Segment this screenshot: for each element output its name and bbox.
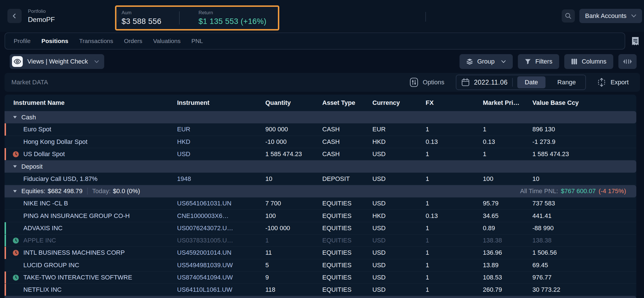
market-price-cell: 95.79 — [483, 200, 532, 207]
column-header[interactable]: Instrument — [177, 99, 265, 107]
group-button[interactable]: Group — [460, 54, 513, 69]
column-header[interactable]: Value Base Ccy — [532, 99, 636, 107]
caret-down-icon[interactable] — [13, 165, 17, 168]
table-row[interactable]: TAKE-TWO INTERACTIVE SOFTWREUS8740541094… — [5, 272, 636, 284]
table-controls: Group Filters Columns — [460, 54, 637, 69]
options-button[interactable]: Options — [408, 77, 446, 87]
instrument-name-cell: US Dollar Spot — [5, 148, 177, 160]
fx-cell: 1 — [426, 274, 483, 281]
portfolio-name: DemoPF — [28, 16, 55, 24]
tab-orders[interactable]: Orders — [124, 38, 142, 44]
instrument-name: PING AN INSURANCE GROUP CO-H — [23, 212, 130, 220]
group-row[interactable]: Equities:$682 498.79Today:$0.0 (0%)All T… — [5, 185, 636, 197]
table-row[interactable]: ADVAXIS INCUS0076243072.U…-100 000EQUITI… — [5, 222, 636, 234]
currency-cell: HKD — [372, 212, 426, 220]
table-row[interactable]: INTL BUSINESS MACHINES CORPUS4592001014.… — [5, 247, 636, 259]
currency-cell: USD — [372, 249, 426, 256]
value-base-ccy-cell: 976.77 — [532, 274, 636, 281]
fx-cell: 0.13 — [426, 212, 483, 220]
tab-positions[interactable]: Positions — [42, 38, 69, 44]
asset-type-cell: EQUITIES — [322, 237, 372, 244]
export-button[interactable]: Export — [596, 77, 630, 87]
group-row[interactable] — [5, 296, 636, 298]
all-time-pnl: All Time PNL:$767 600.07(-4 175%) — [520, 187, 626, 195]
layers-icon — [466, 58, 473, 65]
receipt-icon[interactable] — [631, 37, 639, 48]
tab-pnl[interactable]: PNL — [191, 38, 203, 44]
table-row[interactable]: Fiduciary Call USD, 1.87%194810DEPOSITUS… — [5, 173, 636, 185]
back-button[interactable] — [7, 9, 22, 23]
fx-cell: 1 — [426, 150, 483, 158]
group-row[interactable]: Cash — [5, 111, 636, 123]
eye-icon — [12, 56, 23, 67]
market-data-toolbar: Market DATA Options 2022.11.06 Date Rang… — [5, 73, 640, 92]
table-row[interactable]: APPLE INCUS0378331005.U…1EQUITIESUSD1138… — [5, 234, 636, 247]
chevron-down-icon — [631, 14, 636, 18]
instrument-cell: USD — [177, 150, 265, 158]
row-accent-bar — [5, 272, 6, 283]
instrument-name: NETFLIX INC — [23, 286, 61, 293]
table-row[interactable]: Hong Kong Dollar SpotHKD-10 000CASHHKD0.… — [5, 136, 636, 148]
views-dropdown[interactable]: Views | Weight Check — [10, 54, 104, 69]
market-price-cell: 136.96 — [483, 249, 532, 256]
instrument-cell: US5494981039.UW — [177, 262, 265, 269]
market-price-cell: 260.79 — [483, 286, 532, 293]
table-row[interactable]: Euro SpotEUR900 000CASHEUR11896 130 — [5, 123, 636, 136]
column-header[interactable]: Instrument Name — [5, 99, 177, 107]
instrument-cell: HKD — [177, 138, 265, 146]
date-toggle[interactable]: Date — [517, 76, 545, 88]
caret-down-icon[interactable] — [13, 189, 17, 193]
group-label: Group — [477, 58, 495, 65]
instrument-name-cell: NETFLIX INC — [5, 284, 177, 296]
aum-kpi: Aum $3 588 556 — [116, 10, 161, 26]
asset-type-cell: EQUITIES — [322, 249, 372, 256]
instrument-name: LUCID GROUP INC — [23, 262, 79, 269]
tab-profile[interactable]: Profile — [14, 38, 31, 44]
collapse-expand-button[interactable] — [618, 54, 637, 69]
bank-accounts-dropdown[interactable]: Bank Accounts — [579, 9, 642, 23]
row-accent-bar — [5, 222, 6, 234]
market-price-cell: 34.65 — [483, 212, 532, 220]
group-label: Cash — [21, 114, 36, 121]
instrument-cell: US64110L1061.UW — [177, 286, 265, 293]
table-body: CashEuro SpotEUR900 000CASHEUR11896 130H… — [5, 111, 636, 298]
value-base-ccy-cell: 441.41 — [532, 212, 636, 220]
asset-type-cell: EQUITIES — [322, 212, 372, 220]
portfolio-block: Portfolio DemoPF — [28, 9, 55, 24]
return-kpi: Return $1 135 553 (+16%) — [193, 10, 266, 26]
columns-button[interactable]: Columns — [564, 54, 613, 69]
group-label: Equities: — [21, 187, 45, 195]
quantity-cell: 900 000 — [265, 126, 322, 133]
quantity-cell: 1 — [265, 237, 322, 244]
views-label: Views | Weight Check — [27, 58, 88, 65]
currency-cell: USD — [372, 237, 426, 244]
instrument-name-cell: Hong Kong Dollar Spot — [5, 136, 177, 148]
value-base-ccy-cell: 10 — [532, 175, 636, 183]
column-header[interactable]: Quantity — [265, 99, 322, 107]
range-toggle[interactable]: Range — [550, 76, 583, 88]
filters-button[interactable]: Filters — [518, 54, 559, 69]
tab-valuations[interactable]: Valuations — [153, 38, 181, 44]
table-row[interactable]: NETFLIX INCUS64110L1061.UW118EQUITIESUSD… — [5, 284, 636, 296]
column-header[interactable]: Currency — [372, 99, 426, 107]
instrument-name-cell: Euro Spot — [5, 123, 177, 135]
caret-down-icon[interactable] — [13, 115, 17, 119]
value-base-ccy-cell: 138.38 — [532, 237, 636, 244]
date-value[interactable]: 2022.11.06 — [474, 79, 508, 86]
table-row[interactable]: US Dollar SpotUSD1 585 474.23CASHUSD111 … — [5, 148, 636, 160]
group-row[interactable]: Deposit — [5, 160, 636, 173]
search-button[interactable] — [562, 9, 575, 23]
table-row[interactable]: LUCID GROUP INCUS5494981039.UW5EQUITIESU… — [5, 259, 636, 272]
column-header[interactable]: Asset Type — [322, 99, 372, 107]
portfolio-tabs: ProfilePositionsTransactionsOrdersValuat… — [5, 32, 625, 50]
fx-cell: 1 — [426, 175, 483, 183]
collapse-expand-icon — [622, 58, 633, 65]
column-header[interactable]: FX — [426, 99, 483, 107]
column-header[interactable]: Market Pri… — [483, 99, 532, 107]
table-row[interactable]: PING AN INSURANCE GROUP CO-HCNE1000003X6… — [5, 210, 636, 222]
tab-transactions[interactable]: Transactions — [79, 38, 113, 44]
value-base-ccy-cell: -1 273.9 — [532, 138, 636, 146]
market-price-cell: 1 — [483, 150, 532, 158]
fx-cell: 1 — [426, 200, 483, 207]
table-row[interactable]: NIKE INC -CL BUS6541061031.UN7 700EQUITI… — [5, 197, 636, 210]
